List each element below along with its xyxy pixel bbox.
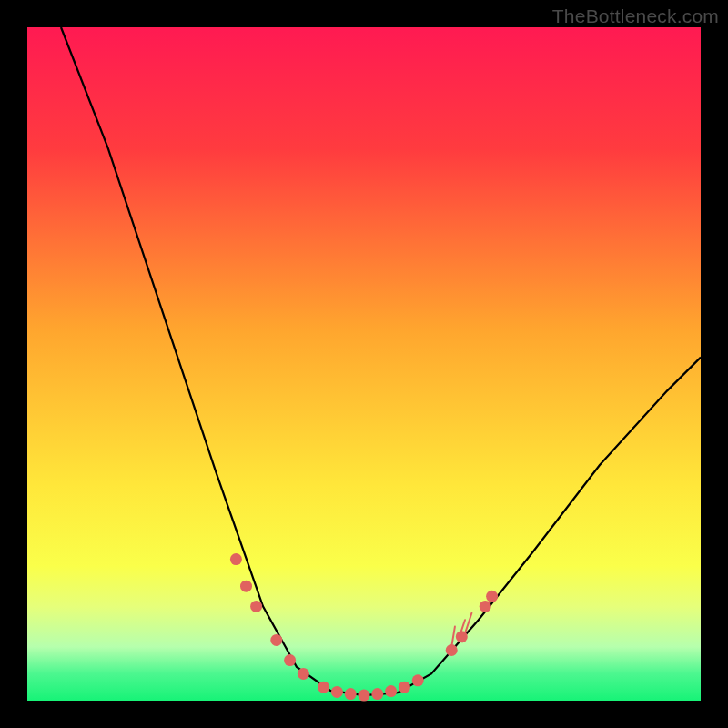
svg-line-3 bbox=[451, 627, 455, 647]
highlight-dot bbox=[345, 688, 357, 700]
highlight-dot bbox=[371, 688, 383, 700]
highlight-dot bbox=[412, 674, 424, 686]
highlight-dot bbox=[480, 601, 491, 612]
highlight-dot bbox=[399, 682, 410, 693]
highlight-dot bbox=[318, 682, 329, 693]
chart-plot bbox=[27, 27, 701, 701]
highlight-dot bbox=[298, 668, 309, 680]
highlight-dot bbox=[486, 591, 498, 602]
highlight-dot bbox=[359, 690, 370, 702]
chart-frame bbox=[27, 27, 701, 701]
highlight-dots bbox=[230, 553, 498, 702]
highlight-dot bbox=[240, 581, 252, 592]
watermark-text: TheBottleneck.com bbox=[552, 5, 719, 27]
highlight-dot bbox=[456, 631, 468, 642]
bottleneck-curve bbox=[61, 27, 701, 695]
highlight-dot bbox=[331, 686, 343, 698]
highlight-dot bbox=[284, 654, 296, 666]
highlight-dot bbox=[250, 601, 262, 612]
highlight-dot bbox=[270, 634, 282, 646]
highlight-dot bbox=[230, 553, 242, 565]
highlight-dot bbox=[385, 685, 397, 697]
highlight-dot bbox=[446, 644, 458, 656]
